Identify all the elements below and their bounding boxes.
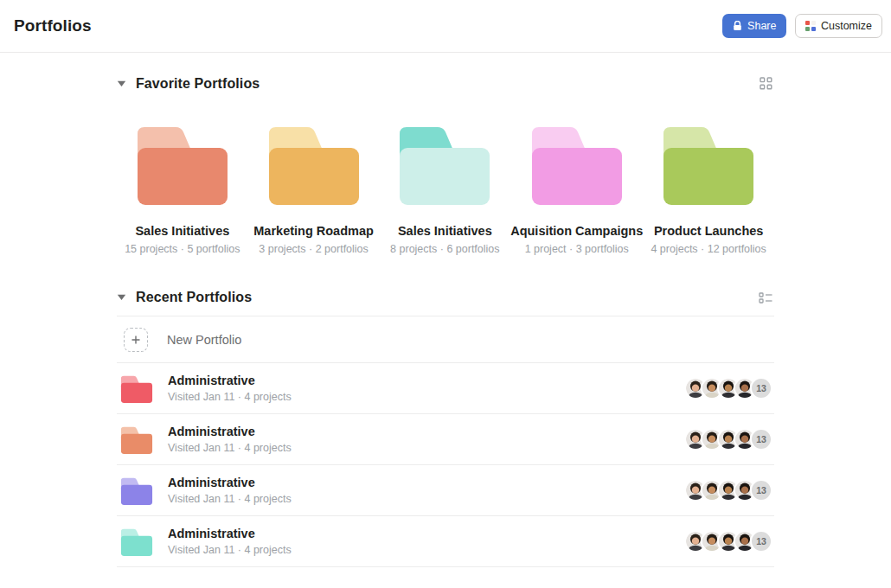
customize-icon xyxy=(805,21,816,31)
new-portfolio-button[interactable]: New Portfolio xyxy=(117,316,774,363)
portfolio-card-title: Aquisition Campaigns xyxy=(510,224,643,238)
portfolio-row-title: Administrative xyxy=(168,527,292,540)
share-button-label: Share xyxy=(747,20,776,32)
lock-icon xyxy=(733,21,742,31)
recent-portfolio-row[interactable]: Administrative Visited Jan 11 · 4 projec… xyxy=(117,516,774,567)
folder-icon xyxy=(400,123,490,205)
folder-icon xyxy=(120,374,153,403)
collapse-caret-icon[interactable] xyxy=(117,294,126,301)
recent-portfolio-row[interactable]: Administrative Visited Jan 11 · 4 projec… xyxy=(117,465,774,516)
grid-icon xyxy=(760,77,772,90)
page-title: Portfolios xyxy=(14,16,92,35)
row-text: Administrative Visited Jan 11 · 4 projec… xyxy=(168,476,292,505)
portfolio-card-title: Sales Initiatives xyxy=(135,224,229,238)
portfolio-card-meta: 3 projects · 2 portfolios xyxy=(259,243,368,255)
portfolio-card-meta: 8 projects · 6 portfolios xyxy=(390,243,499,255)
collapse-caret-icon[interactable] xyxy=(117,80,126,87)
portfolio-row-title: Administrative xyxy=(168,374,292,387)
recent-portfolios-header: Recent Portfolios xyxy=(117,290,774,305)
overflow-count-badge[interactable]: 13 xyxy=(750,377,772,399)
portfolio-card[interactable]: Product Launches 4 projects · 12 portfol… xyxy=(643,123,774,255)
recent-portfolio-row[interactable]: Administrative Visited Jan 11 · 4 projec… xyxy=(117,414,774,465)
portfolio-row-meta: Visited Jan 11 · 4 projects xyxy=(168,391,292,403)
portfolios-content: Favorite Portfolios Sales Initiatives 15… xyxy=(117,53,774,567)
favorite-portfolios-section: Favorite Portfolios Sales Initiatives 15… xyxy=(117,75,774,255)
portfolio-card-title: Product Launches xyxy=(654,224,764,238)
row-text: Administrative Visited Jan 11 · 4 projec… xyxy=(168,425,292,454)
folder-icon xyxy=(663,123,753,205)
favorite-portfolios-title: Favorite Portfolios xyxy=(136,76,260,92)
row-text: Administrative Visited Jan 11 · 4 projec… xyxy=(168,374,292,403)
new-portfolio-label: New Portfolio xyxy=(167,333,241,347)
member-avatars[interactable]: 13 xyxy=(684,428,772,451)
share-button[interactable]: Share xyxy=(722,14,786,38)
folder-icon xyxy=(269,123,359,205)
portfolio-card[interactable]: Sales Initiatives 15 projects · 5 portfo… xyxy=(117,123,248,255)
folder-icon xyxy=(532,123,622,205)
overflow-count-badge[interactable]: 13 xyxy=(750,428,772,451)
portfolio-row-meta: Visited Jan 11 · 4 projects xyxy=(168,544,292,556)
row-text: Administrative Visited Jan 11 · 4 projec… xyxy=(168,527,292,556)
portfolio-row-meta: Visited Jan 11 · 4 projects xyxy=(168,442,292,454)
customize-button-label: Customize xyxy=(821,20,872,32)
recent-portfolios-title: Recent Portfolios xyxy=(136,290,252,305)
list-view-toggle[interactable] xyxy=(757,291,774,305)
recent-portfolio-rows: Administrative Visited Jan 11 · 4 projec… xyxy=(117,363,774,567)
portfolio-card-meta: 15 projects · 5 portfolios xyxy=(125,243,240,255)
member-avatars[interactable]: 13 xyxy=(684,530,772,553)
customize-button[interactable]: Customize xyxy=(795,14,882,38)
folder-icon xyxy=(120,527,153,556)
portfolio-card-title: Marketing Roadmap xyxy=(253,224,374,238)
portfolio-card-meta: 4 projects · 12 portfolios xyxy=(651,243,766,255)
list-icon xyxy=(759,292,772,304)
member-avatars[interactable]: 13 xyxy=(684,479,772,502)
favorite-portfolio-cards: Sales Initiatives 15 projects · 5 portfo… xyxy=(117,123,774,255)
member-avatars[interactable]: 13 xyxy=(684,377,772,399)
plus-icon xyxy=(124,328,148,352)
recent-portfolios-section: Recent Portfolios New Portfolio xyxy=(117,290,774,567)
portfolio-card[interactable]: Sales Initiatives 8 projects · 6 portfol… xyxy=(379,123,510,255)
overflow-count-badge[interactable]: 13 xyxy=(750,530,772,553)
folder-icon xyxy=(120,476,153,505)
folder-icon xyxy=(120,425,153,454)
portfolio-card-meta: 1 project · 3 portfolios xyxy=(525,243,629,255)
toolbar-actions: Share Customize xyxy=(722,14,882,38)
portfolio-card[interactable]: Aquisition Campaigns 1 project · 3 portf… xyxy=(510,123,643,255)
recent-portfolio-row[interactable]: Administrative Visited Jan 11 · 4 projec… xyxy=(117,363,774,414)
top-bar: Portfolios Share Customize xyxy=(0,0,891,53)
portfolio-row-title: Administrative xyxy=(168,425,292,438)
portfolio-card-title: Sales Initiatives xyxy=(398,224,492,238)
portfolio-row-title: Administrative xyxy=(168,476,292,489)
portfolio-card[interactable]: Marketing Roadmap 3 projects · 2 portfol… xyxy=(248,123,380,255)
grid-view-toggle[interactable] xyxy=(758,75,774,92)
folder-icon xyxy=(138,123,228,205)
favorite-portfolios-header: Favorite Portfolios xyxy=(117,75,774,92)
overflow-count-badge[interactable]: 13 xyxy=(750,479,772,502)
portfolio-row-meta: Visited Jan 11 · 4 projects xyxy=(168,493,292,505)
